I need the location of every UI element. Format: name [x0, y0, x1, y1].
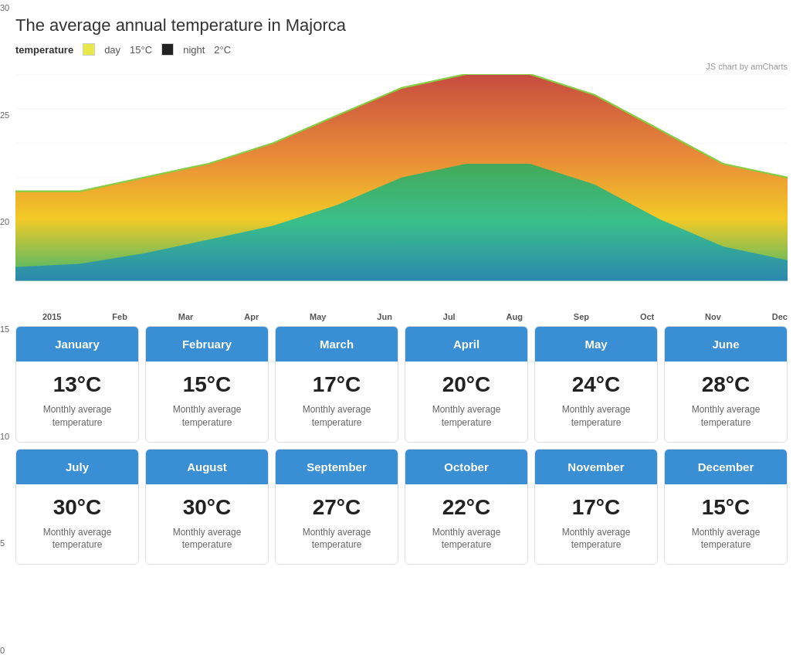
night-value: 2°C	[214, 44, 231, 56]
month-card-july: July30°CMonthly average temperature	[15, 449, 139, 565]
night-label: night	[183, 44, 205, 56]
month-desc: Monthly average temperature	[22, 403, 132, 429]
day-swatch	[83, 43, 95, 56]
x-label-dec: Dec	[772, 312, 788, 321]
month-card-june: June28°CMonthly average temperature	[664, 326, 788, 443]
day-value: 15°C	[130, 44, 152, 56]
y-label-20: 20	[0, 217, 9, 226]
x-label-2015: 2015	[42, 312, 61, 321]
month-card-september: September27°CMonthly average temperature	[275, 449, 398, 565]
month-desc: Monthly average temperature	[541, 526, 651, 552]
x-label-may: May	[310, 312, 326, 321]
x-label-nov: Nov	[705, 312, 721, 321]
month-name: May	[535, 327, 657, 361]
month-temp: 17°C	[541, 495, 651, 520]
month-card-may: May24°CMonthly average temperature	[534, 326, 658, 443]
month-desc: Monthly average temperature	[541, 403, 651, 429]
month-desc: Monthly average temperature	[671, 403, 781, 429]
y-label-25: 25	[0, 110, 9, 120]
month-card-january: January13°CMonthly average temperature	[15, 326, 139, 443]
months-row-1: January13°CMonthly average temperatureFe…	[15, 326, 788, 443]
month-desc: Monthly average temperature	[282, 403, 391, 429]
x-label-jul: Jul	[443, 312, 456, 321]
x-label-apr: Apr	[244, 312, 259, 321]
month-temp: 15°C	[152, 372, 262, 397]
month-name: October	[405, 450, 527, 484]
month-name: July	[16, 450, 138, 484]
month-desc: Monthly average temperature	[282, 526, 391, 552]
month-temp: 28°C	[671, 372, 781, 397]
day-label: day	[104, 44, 120, 56]
month-name: December	[665, 450, 787, 484]
month-temp: 22°C	[412, 495, 521, 520]
month-temp: 30°C	[22, 495, 132, 520]
chart-attribution: JS chart by amCharts	[15, 62, 788, 71]
month-desc: Monthly average temperature	[22, 526, 132, 552]
month-temp: 15°C	[671, 495, 781, 520]
month-name: September	[276, 450, 398, 484]
x-label-jun: Jun	[377, 312, 392, 321]
month-temp: 13°C	[22, 372, 132, 397]
month-name: March	[276, 327, 398, 361]
y-label-5: 5	[0, 538, 9, 548]
page-title: The average annual temperature in Majorc…	[15, 15, 788, 36]
x-label-aug: Aug	[507, 312, 523, 321]
month-card-february: February15°CMonthly average temperature	[145, 326, 269, 443]
night-swatch	[161, 43, 174, 56]
month-card-november: November17°CMonthly average temperature	[534, 449, 658, 565]
month-desc: Monthly average temperature	[152, 403, 262, 429]
month-name: April	[405, 327, 527, 361]
months-row-2: July30°CMonthly average temperatureAugus…	[15, 449, 788, 565]
legend-label: temperature	[15, 44, 73, 56]
x-label-sep: Sep	[574, 312, 589, 321]
month-temp: 17°C	[282, 372, 391, 397]
x-label-oct: Oct	[640, 312, 654, 321]
y-label-15: 15	[0, 324, 9, 334]
month-name: June	[665, 327, 787, 361]
month-temp: 30°C	[152, 495, 262, 520]
x-label-feb: Feb	[112, 312, 127, 321]
month-desc: Monthly average temperature	[412, 526, 521, 552]
y-axis: 0 5 10 15 20 25 30	[0, 0, 9, 586]
month-card-december: December15°CMonthly average temperature	[664, 449, 788, 565]
month-name: August	[146, 450, 268, 484]
month-desc: Monthly average temperature	[152, 526, 262, 552]
month-name: January	[16, 327, 138, 361]
month-desc: Monthly average temperature	[671, 526, 781, 552]
month-name: November	[535, 450, 657, 484]
y-label-30: 30	[0, 3, 9, 12]
x-axis: 2015 Feb Mar Apr May Jun Jul Aug Sep Oct…	[15, 312, 788, 321]
month-card-october: October22°CMonthly average temperature	[405, 449, 528, 565]
month-temp: 20°C	[412, 372, 521, 397]
y-label-10: 10	[0, 432, 9, 441]
month-name: February	[146, 327, 268, 361]
legend: temperature day 15°C night 2°C	[15, 43, 788, 56]
month-temp: 27°C	[282, 495, 391, 520]
month-desc: Monthly average temperature	[412, 403, 521, 429]
temperature-chart	[15, 74, 788, 298]
month-card-august: August30°CMonthly average temperature	[145, 449, 269, 565]
month-card-march: March17°CMonthly average temperature	[275, 326, 398, 443]
x-label-mar: Mar	[178, 312, 194, 321]
month-temp: 24°C	[541, 372, 651, 397]
month-card-april: April20°CMonthly average temperature	[405, 326, 528, 443]
